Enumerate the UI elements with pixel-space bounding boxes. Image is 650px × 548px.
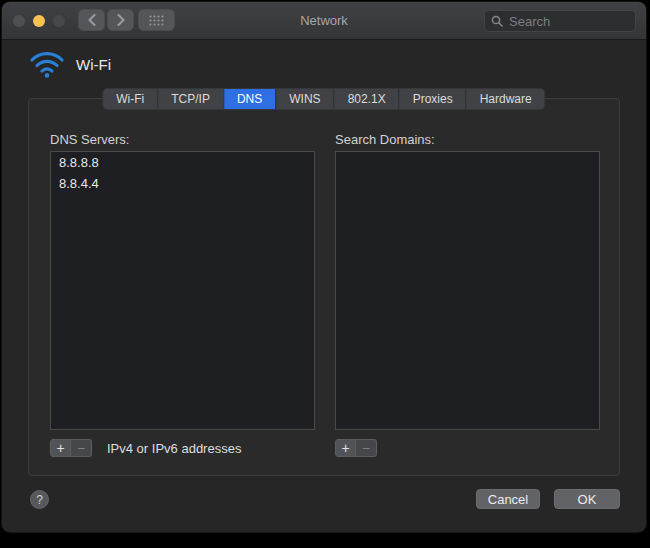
search-field[interactable] bbox=[484, 10, 636, 32]
title-bar: Network bbox=[2, 2, 646, 40]
close-button[interactable] bbox=[13, 15, 25, 27]
add-dns-server-button[interactable]: + bbox=[50, 439, 71, 457]
search-domains-list[interactable] bbox=[335, 151, 600, 430]
search-domain-stepper: + − bbox=[335, 439, 377, 457]
remove-search-domain-button[interactable]: − bbox=[356, 439, 377, 457]
add-search-domain-button[interactable]: + bbox=[335, 439, 356, 457]
tab-wins[interactable]: WINS bbox=[275, 89, 333, 109]
tab-wi-fi[interactable]: Wi-Fi bbox=[103, 89, 157, 109]
dns-servers-label: DNS Servers: bbox=[50, 132, 129, 147]
tab-dns[interactable]: DNS bbox=[223, 89, 275, 109]
ok-button[interactable]: OK bbox=[554, 489, 620, 509]
tab-proxies[interactable]: Proxies bbox=[399, 89, 466, 109]
chevron-right-icon bbox=[117, 14, 125, 26]
wifi-icon bbox=[30, 50, 64, 78]
connection-name: Wi-Fi bbox=[76, 56, 111, 73]
search-icon bbox=[491, 15, 503, 27]
dns-server-list[interactable]: 8.8.8.88.8.4.4 bbox=[50, 151, 315, 430]
search-domains-label: Search Domains: bbox=[335, 132, 435, 147]
cancel-button[interactable]: Cancel bbox=[476, 489, 540, 509]
tab-hardware[interactable]: Hardware bbox=[466, 89, 545, 109]
chevron-left-icon bbox=[88, 14, 96, 26]
back-button[interactable] bbox=[78, 9, 105, 31]
search-input[interactable] bbox=[507, 13, 629, 30]
ip-format-caption: IPv4 or IPv6 addresses bbox=[107, 441, 241, 456]
tab-bar: Wi-FiTCP/IPDNSWINS802.1XProxiesHardware bbox=[102, 88, 545, 110]
list-item[interactable]: 8.8.8.8 bbox=[51, 152, 314, 173]
traffic-lights bbox=[13, 15, 65, 27]
list-item[interactable]: 8.8.4.4 bbox=[51, 173, 314, 194]
tab-tcp-ip[interactable]: TCP/IP bbox=[157, 89, 223, 109]
remove-dns-server-button[interactable]: − bbox=[71, 439, 92, 457]
help-button[interactable]: ? bbox=[30, 490, 49, 509]
show-all-button[interactable] bbox=[138, 9, 175, 31]
zoom-button[interactable] bbox=[53, 15, 65, 27]
minimize-button[interactable] bbox=[33, 15, 45, 27]
network-preferences-window: Network Wi-Fi Wi-FiTCP/IPDNSWINS802.1XPr… bbox=[2, 2, 646, 532]
tab-802-1x[interactable]: 802.1X bbox=[334, 89, 399, 109]
forward-button[interactable] bbox=[107, 9, 134, 31]
connection-header: Wi-Fi bbox=[30, 50, 111, 78]
dns-stepper: + − bbox=[50, 439, 92, 457]
grid-icon bbox=[149, 15, 164, 26]
